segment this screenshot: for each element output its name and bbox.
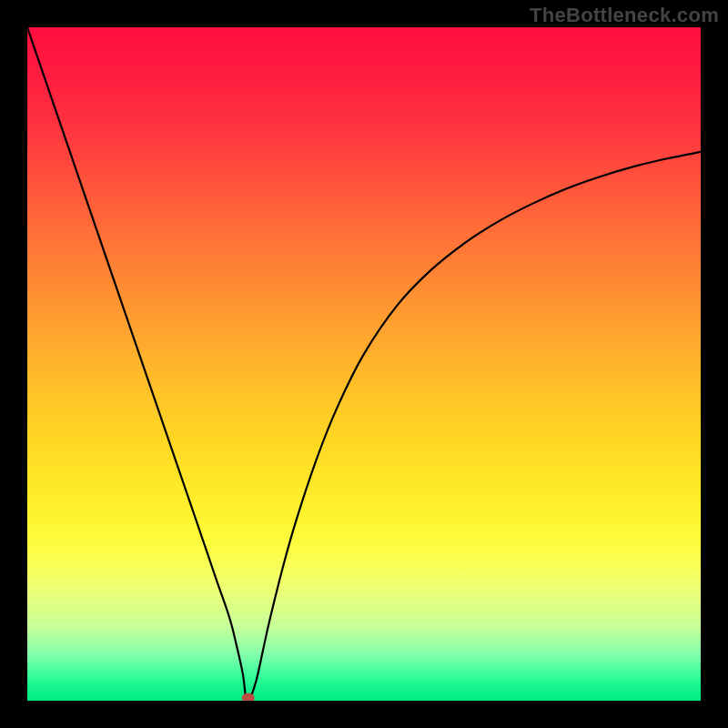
chart-svg — [27, 27, 701, 701]
chart-plot-area — [27, 27, 701, 701]
watermark-text: TheBottleneck.com — [530, 4, 719, 27]
bottleneck-curve — [27, 27, 701, 701]
